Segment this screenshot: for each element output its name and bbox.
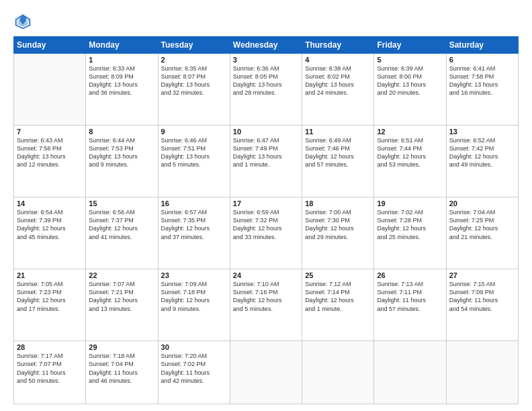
day-number: 25 [305, 271, 371, 279]
calendar-cell: 21Sunrise: 7:05 AM Sunset: 7:23 PM Dayli… [14, 269, 86, 341]
calendar-cell: 26Sunrise: 7:13 AM Sunset: 7:11 PM Dayli… [374, 269, 446, 341]
day-info: Sunrise: 7:20 AM Sunset: 7:02 PM Dayligh… [161, 352, 227, 385]
calendar-cell [446, 341, 518, 404]
day-info: Sunrise: 6:49 AM Sunset: 7:46 PM Dayligh… [305, 136, 371, 169]
calendar-cell: 27Sunrise: 7:15 AM Sunset: 7:09 PM Dayli… [446, 269, 518, 341]
day-number: 4 [305, 56, 371, 64]
calendar-cell: 9Sunrise: 6:46 AM Sunset: 7:51 PM Daylig… [158, 126, 230, 197]
calendar-cell: 4Sunrise: 6:38 AM Sunset: 8:02 PM Daylig… [302, 54, 374, 126]
day-info: Sunrise: 7:18 AM Sunset: 7:04 PM Dayligh… [89, 352, 154, 385]
day-number: 11 [305, 128, 371, 136]
logo-icon [13, 12, 32, 31]
day-number: 18 [305, 199, 371, 208]
day-number: 29 [89, 343, 154, 351]
calendar-body: 1Sunrise: 6:33 AM Sunset: 8:09 PM Daylig… [14, 54, 519, 404]
header [13, 12, 519, 31]
day-info: Sunrise: 7:02 AM Sunset: 7:28 PM Dayligh… [377, 208, 443, 241]
calendar-cell [230, 341, 302, 404]
calendar-cell: 15Sunrise: 6:56 AM Sunset: 7:37 PM Dayli… [86, 197, 158, 269]
day-info: Sunrise: 7:12 AM Sunset: 7:14 PM Dayligh… [305, 280, 371, 313]
calendar-cell: 14Sunrise: 6:54 AM Sunset: 7:39 PM Dayli… [14, 197, 86, 269]
day-number: 21 [17, 271, 83, 279]
day-number: 22 [89, 271, 154, 279]
weekday-header: Thursday [302, 37, 374, 54]
calendar-cell: 28Sunrise: 7:17 AM Sunset: 7:07 PM Dayli… [14, 341, 86, 404]
weekday-header: Saturday [446, 37, 518, 54]
day-info: Sunrise: 6:39 AM Sunset: 8:00 PM Dayligh… [377, 64, 443, 97]
day-info: Sunrise: 6:36 AM Sunset: 8:05 PM Dayligh… [233, 64, 299, 97]
calendar-header-row: SundayMondayTuesdayWednesdayThursdayFrid… [14, 37, 519, 54]
calendar-cell [374, 341, 446, 404]
day-number: 1 [89, 56, 154, 64]
day-info: Sunrise: 6:43 AM Sunset: 7:56 PM Dayligh… [17, 136, 83, 169]
day-number: 26 [377, 271, 443, 279]
logo [13, 12, 35, 31]
day-number: 20 [449, 199, 515, 208]
calendar: SundayMondayTuesdayWednesdayThursdayFrid… [13, 36, 519, 404]
calendar-cell: 8Sunrise: 6:44 AM Sunset: 7:53 PM Daylig… [86, 126, 158, 197]
day-info: Sunrise: 6:33 AM Sunset: 8:09 PM Dayligh… [89, 64, 154, 97]
day-number: 13 [449, 128, 515, 136]
calendar-cell: 16Sunrise: 6:57 AM Sunset: 7:35 PM Dayli… [158, 197, 230, 269]
day-number: 8 [89, 128, 154, 136]
week-row: 28Sunrise: 7:17 AM Sunset: 7:07 PM Dayli… [14, 341, 519, 404]
day-info: Sunrise: 7:15 AM Sunset: 7:09 PM Dayligh… [449, 280, 515, 313]
day-info: Sunrise: 7:05 AM Sunset: 7:23 PM Dayligh… [17, 280, 83, 313]
weekday-header: Friday [374, 37, 446, 54]
calendar-cell: 1Sunrise: 6:33 AM Sunset: 8:09 PM Daylig… [86, 54, 158, 126]
day-info: Sunrise: 7:09 AM Sunset: 7:18 PM Dayligh… [161, 280, 227, 313]
calendar-cell: 17Sunrise: 6:59 AM Sunset: 7:32 PM Dayli… [230, 197, 302, 269]
day-number: 5 [377, 56, 443, 64]
day-number: 12 [377, 128, 443, 136]
calendar-cell [302, 341, 374, 404]
day-number: 16 [161, 199, 227, 208]
weekday-header: Monday [86, 37, 158, 54]
day-number: 30 [161, 343, 227, 351]
day-info: Sunrise: 6:44 AM Sunset: 7:53 PM Dayligh… [89, 136, 154, 169]
calendar-cell: 22Sunrise: 7:07 AM Sunset: 7:21 PM Dayli… [86, 269, 158, 341]
day-info: Sunrise: 7:13 AM Sunset: 7:11 PM Dayligh… [377, 280, 443, 313]
calendar-cell: 7Sunrise: 6:43 AM Sunset: 7:56 PM Daylig… [14, 126, 86, 197]
day-info: Sunrise: 6:46 AM Sunset: 7:51 PM Dayligh… [161, 136, 227, 169]
week-row: 7Sunrise: 6:43 AM Sunset: 7:56 PM Daylig… [14, 126, 519, 197]
calendar-cell: 3Sunrise: 6:36 AM Sunset: 8:05 PM Daylig… [230, 54, 302, 126]
calendar-cell: 20Sunrise: 7:04 AM Sunset: 7:25 PM Dayli… [446, 197, 518, 269]
day-info: Sunrise: 7:04 AM Sunset: 7:25 PM Dayligh… [449, 208, 515, 241]
calendar-cell: 29Sunrise: 7:18 AM Sunset: 7:04 PM Dayli… [86, 341, 158, 404]
calendar-cell: 10Sunrise: 6:47 AM Sunset: 7:49 PM Dayli… [230, 126, 302, 197]
calendar-cell: 11Sunrise: 6:49 AM Sunset: 7:46 PM Dayli… [302, 126, 374, 197]
calendar-cell: 30Sunrise: 7:20 AM Sunset: 7:02 PM Dayli… [158, 341, 230, 404]
day-number: 17 [233, 199, 299, 208]
day-number: 15 [89, 199, 154, 208]
day-info: Sunrise: 6:51 AM Sunset: 7:44 PM Dayligh… [377, 136, 443, 169]
day-number: 10 [233, 128, 299, 136]
day-number: 7 [17, 128, 83, 136]
weekday-header: Sunday [14, 37, 86, 54]
day-number: 9 [161, 128, 227, 136]
day-info: Sunrise: 7:07 AM Sunset: 7:21 PM Dayligh… [89, 280, 154, 313]
day-info: Sunrise: 6:47 AM Sunset: 7:49 PM Dayligh… [233, 136, 299, 169]
day-number: 23 [161, 271, 227, 279]
day-info: Sunrise: 7:10 AM Sunset: 7:16 PM Dayligh… [233, 280, 299, 313]
day-number: 24 [233, 271, 299, 279]
calendar-cell [14, 54, 86, 126]
weekday-header: Wednesday [230, 37, 302, 54]
day-info: Sunrise: 6:54 AM Sunset: 7:39 PM Dayligh… [17, 208, 83, 241]
day-info: Sunrise: 6:57 AM Sunset: 7:35 PM Dayligh… [161, 208, 227, 241]
day-number: 28 [17, 343, 83, 351]
day-info: Sunrise: 7:17 AM Sunset: 7:07 PM Dayligh… [17, 352, 83, 385]
calendar-cell: 6Sunrise: 6:41 AM Sunset: 7:58 PM Daylig… [446, 54, 518, 126]
calendar-cell: 5Sunrise: 6:39 AM Sunset: 8:00 PM Daylig… [374, 54, 446, 126]
day-number: 2 [161, 56, 227, 64]
day-number: 19 [377, 199, 443, 208]
weekday-header: Tuesday [158, 37, 230, 54]
day-info: Sunrise: 6:52 AM Sunset: 7:42 PM Dayligh… [449, 136, 515, 169]
page: SundayMondayTuesdayWednesdayThursdayFrid… [0, 0, 532, 411]
day-info: Sunrise: 6:35 AM Sunset: 8:07 PM Dayligh… [161, 64, 227, 97]
calendar-cell: 23Sunrise: 7:09 AM Sunset: 7:18 PM Dayli… [158, 269, 230, 341]
week-row: 1Sunrise: 6:33 AM Sunset: 8:09 PM Daylig… [14, 54, 519, 126]
calendar-cell: 13Sunrise: 6:52 AM Sunset: 7:42 PM Dayli… [446, 126, 518, 197]
day-number: 14 [17, 199, 83, 208]
day-info: Sunrise: 6:38 AM Sunset: 8:02 PM Dayligh… [305, 64, 371, 97]
calendar-cell: 25Sunrise: 7:12 AM Sunset: 7:14 PM Dayli… [302, 269, 374, 341]
